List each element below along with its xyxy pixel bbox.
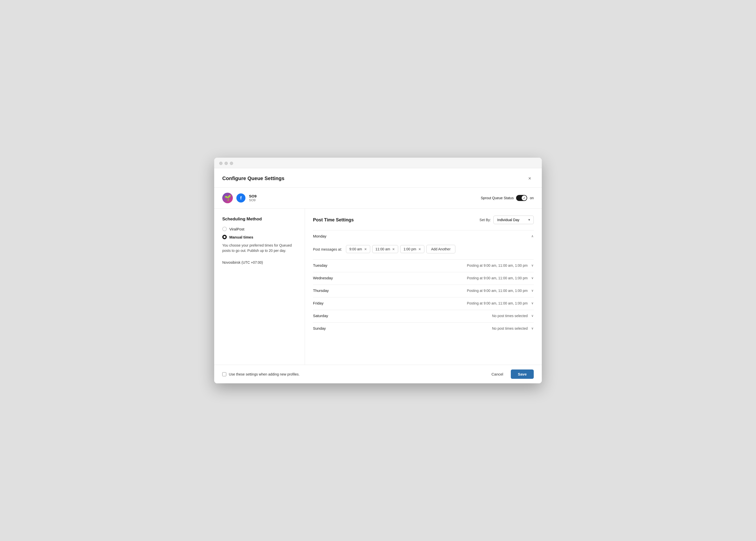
tuesday-label: Tuesday bbox=[313, 263, 327, 268]
modal-header: Configure Queue Settings × bbox=[214, 168, 542, 188]
thursday-times: Posting at 9:00 am, 11:00 am, 1:00 pm bbox=[467, 288, 528, 293]
new-profiles-checkbox[interactable] bbox=[222, 372, 226, 376]
left-panel: Scheduling Method ViralPost Manual times… bbox=[214, 209, 305, 365]
sunday-chevron-icon: ∨ bbox=[531, 326, 534, 330]
time-tag-1pm: 1:00 pm ✕ bbox=[400, 245, 424, 253]
queue-status-container: Sprout Queue Status ✓ on bbox=[481, 195, 534, 201]
manual-times-label: Manual times bbox=[229, 235, 253, 239]
set-by-select-wrapper: Individual Day All Days Weekdays Weekend… bbox=[493, 216, 534, 224]
saturday-label: Saturday bbox=[313, 313, 328, 318]
queue-status-toggle[interactable]: ✓ bbox=[516, 195, 527, 201]
friday-header[interactable]: Friday Posting at 9:00 am, 11:00 am, 1:0… bbox=[313, 297, 534, 309]
footer-left: Use these settings when adding new profi… bbox=[222, 372, 300, 376]
cancel-button[interactable]: Cancel bbox=[487, 369, 507, 379]
viralpost-option[interactable]: ViralPost bbox=[222, 227, 297, 231]
tuesday-chevron-icon: ∨ bbox=[531, 264, 534, 267]
tuesday-times: Posting at 9:00 am, 11:00 am, 1:00 pm bbox=[467, 264, 528, 268]
time-tag-11am-value: 11:00 am bbox=[375, 247, 390, 251]
wednesday-chevron-icon: ∨ bbox=[531, 276, 534, 280]
remove-11am-button[interactable]: ✕ bbox=[392, 248, 395, 251]
friday-label: Friday bbox=[313, 301, 324, 305]
viralpost-radio[interactable] bbox=[222, 227, 227, 231]
monday-content: Post messages at: 9:00 am ✕ 11:00 am ✕ bbox=[313, 242, 534, 259]
time-tag-9am-value: 9:00 am bbox=[349, 247, 362, 251]
timezone-label: Novosibirsk (UTC +07:00) bbox=[222, 261, 297, 265]
post-time-title: Post Time Settings bbox=[313, 217, 354, 223]
thursday-info-right: Posting at 9:00 am, 11:00 am, 1:00 pm ∨ bbox=[467, 288, 534, 293]
set-by-select[interactable]: Individual Day All Days Weekdays Weekend… bbox=[493, 216, 534, 224]
traffic-light-minimize[interactable] bbox=[225, 162, 228, 165]
friday-times: Posting at 9:00 am, 11:00 am, 1:00 pm bbox=[467, 301, 528, 305]
profile-sub: SO9 bbox=[249, 198, 257, 202]
wednesday-info-right: Posting at 9:00 am, 11:00 am, 1:00 pm ∨ bbox=[467, 276, 534, 280]
toggle-check-icon: ✓ bbox=[523, 197, 525, 200]
traffic-light-maximize[interactable] bbox=[230, 162, 233, 165]
modal-title: Configure Queue Settings bbox=[222, 176, 285, 181]
queue-on-label: on bbox=[530, 196, 534, 200]
profile-names: SO9 SO9 bbox=[249, 194, 257, 202]
friday-info-right: Posting at 9:00 am, 11:00 am, 1:00 pm ∨ bbox=[467, 301, 534, 305]
traffic-light-close[interactable] bbox=[219, 162, 223, 165]
saturday-row: Saturday No post times selected ∨ bbox=[313, 313, 534, 318]
monday-label: Monday bbox=[313, 234, 326, 238]
close-button[interactable]: × bbox=[526, 174, 534, 182]
save-button[interactable]: Save bbox=[511, 369, 534, 379]
wednesday-header[interactable]: Wednesday Posting at 9:00 am, 11:00 am, … bbox=[313, 272, 534, 283]
saturday-info-right: No post times selected ∨ bbox=[492, 314, 534, 318]
manual-times-description: You choose your preferred times for Queu… bbox=[222, 243, 297, 254]
time-tag-9am: 9:00 am ✕ bbox=[346, 245, 370, 253]
wednesday-label: Wednesday bbox=[313, 276, 333, 280]
add-another-button[interactable]: Add Another bbox=[426, 245, 455, 254]
profile-info: 🌱 f SO9 SO9 bbox=[222, 193, 257, 203]
time-tag-1pm-value: 1:00 pm bbox=[403, 247, 416, 251]
thursday-row: Thursday Posting at 9:00 am, 11:00 am, 1… bbox=[313, 288, 534, 293]
friday-chevron-icon: ∨ bbox=[531, 301, 534, 305]
sunday-row: Sunday No post times selected ∨ bbox=[313, 326, 534, 330]
titlebar bbox=[214, 158, 542, 168]
monday-header[interactable]: Monday ∧ bbox=[313, 230, 534, 242]
saturday-chevron-icon: ∨ bbox=[531, 314, 534, 317]
set-by-container: Set By: Individual Day All Days Weekdays… bbox=[480, 216, 534, 224]
footer-right: Cancel Save bbox=[487, 369, 534, 379]
viralpost-label: ViralPost bbox=[229, 227, 244, 231]
profile-row: 🌱 f SO9 SO9 Sprout Queue Status ✓ on bbox=[214, 188, 542, 209]
sunday-times: No post times selected bbox=[492, 326, 528, 330]
time-tags-container: 9:00 am ✕ 11:00 am ✕ 1:00 pm ✕ bbox=[346, 245, 455, 254]
day-section-monday: Monday ∧ Post messages at: 9:00 am ✕ 11:… bbox=[313, 230, 534, 259]
sunday-label: Sunday bbox=[313, 326, 326, 330]
modal-footer: Use these settings when adding new profi… bbox=[214, 365, 542, 383]
thursday-chevron-icon: ∨ bbox=[531, 288, 534, 292]
scheduling-method-title: Scheduling Method bbox=[222, 217, 297, 222]
wednesday-row: Wednesday Posting at 9:00 am, 11:00 am, … bbox=[313, 276, 534, 280]
queue-status-label: Sprout Queue Status bbox=[481, 196, 514, 200]
saturday-header[interactable]: Saturday No post times selected ∨ bbox=[313, 310, 534, 321]
footer-checkbox-label: Use these settings when adding new profi… bbox=[229, 372, 300, 376]
time-tag-11am: 11:00 am ✕ bbox=[372, 245, 398, 253]
sunday-header[interactable]: Sunday No post times selected ∨ bbox=[313, 322, 534, 334]
tuesday-row: Tuesday Posting at 9:00 am, 11:00 am, 1:… bbox=[313, 263, 534, 268]
manual-times-option[interactable]: Manual times bbox=[222, 235, 297, 239]
day-section-tuesday: Tuesday Posting at 9:00 am, 11:00 am, 1:… bbox=[313, 260, 534, 271]
remove-1pm-button[interactable]: ✕ bbox=[418, 248, 421, 251]
sprout-logo-icon: 🌱 bbox=[222, 193, 233, 203]
facebook-icon: f bbox=[236, 194, 245, 203]
tuesday-header[interactable]: Tuesday Posting at 9:00 am, 11:00 am, 1:… bbox=[313, 260, 534, 271]
sunday-info-right: No post times selected ∨ bbox=[492, 326, 534, 330]
thursday-header[interactable]: Thursday Posting at 9:00 am, 11:00 am, 1… bbox=[313, 284, 534, 296]
modal-window: Configure Queue Settings × 🌱 f SO9 SO9 S… bbox=[214, 158, 542, 383]
day-section-wednesday: Wednesday Posting at 9:00 am, 11:00 am, … bbox=[313, 272, 534, 283]
remove-9am-button[interactable]: ✕ bbox=[364, 248, 367, 251]
thursday-label: Thursday bbox=[313, 288, 329, 293]
day-section-saturday: Saturday No post times selected ∨ bbox=[313, 310, 534, 321]
profile-name: SO9 bbox=[249, 194, 257, 198]
manual-times-radio[interactable] bbox=[222, 235, 227, 239]
day-section-friday: Friday Posting at 9:00 am, 11:00 am, 1:0… bbox=[313, 297, 534, 309]
day-section-thursday: Thursday Posting at 9:00 am, 11:00 am, 1… bbox=[313, 284, 534, 296]
tuesday-info-right: Posting at 9:00 am, 11:00 am, 1:00 pm ∨ bbox=[467, 264, 534, 268]
friday-row: Friday Posting at 9:00 am, 11:00 am, 1:0… bbox=[313, 301, 534, 305]
day-section-sunday: Sunday No post times selected ∨ bbox=[313, 322, 534, 334]
right-panel: Post Time Settings Set By: Individual Da… bbox=[305, 209, 542, 365]
toggle-thumb: ✓ bbox=[522, 196, 527, 201]
wednesday-times: Posting at 9:00 am, 11:00 am, 1:00 pm bbox=[467, 276, 528, 280]
set-by-label: Set By: bbox=[480, 218, 491, 222]
